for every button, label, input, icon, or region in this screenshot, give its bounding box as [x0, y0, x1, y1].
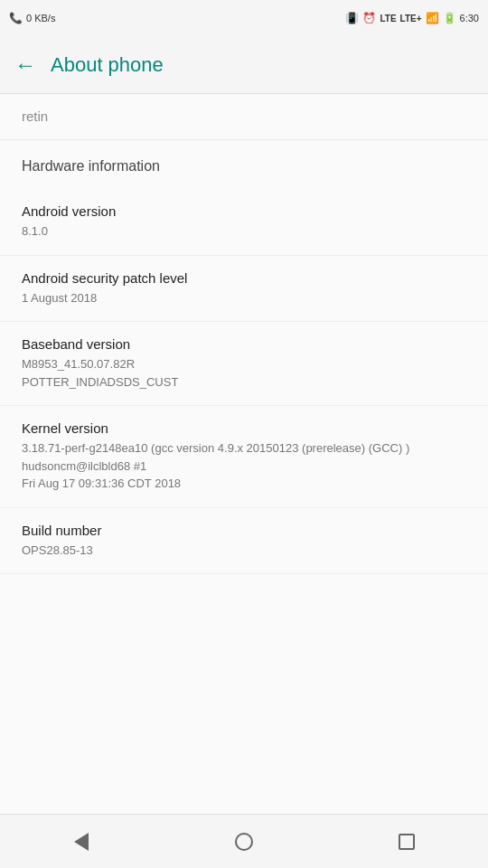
lte-plus-label: LTE+ — [400, 14, 422, 24]
battery-icon: 🔋 — [443, 12, 456, 24]
nav-back-button[interactable] — [54, 824, 108, 860]
build-number-item[interactable]: Build number OPS28.85-13 — [0, 508, 488, 575]
baseband-value: M8953_41.50.07.82R POTTER_INDIADSDS_CUST — [22, 355, 466, 391]
network-speed: 0 KB/s — [26, 13, 55, 24]
recents-square-icon — [399, 834, 415, 850]
back-triangle-icon — [74, 833, 89, 851]
home-circle-icon — [235, 833, 253, 851]
build-number-label: Build number — [22, 523, 466, 538]
baseband-version-item[interactable]: Baseband version M8953_41.50.07.82R POTT… — [0, 322, 488, 406]
hardware-section-header: Hardware information — [0, 140, 488, 189]
page-title: About phone — [51, 53, 164, 77]
alarm-icon: ⏰ — [362, 12, 376, 24]
back-button[interactable]: ← — [14, 52, 36, 78]
baseband-label: Baseband version — [22, 336, 466, 352]
security-patch-value: 1 August 2018 — [22, 289, 466, 307]
lte-label: LTE — [380, 14, 396, 24]
android-version-value: 8.1.0 — [22, 222, 466, 241]
status-right: 📳 ⏰ LTE LTE+ 📶 🔋 6:30 — [345, 12, 479, 24]
kernel-version-item[interactable]: Kernel version 3.18.71-perf-g2148ea10 (g… — [0, 406, 488, 508]
status-bar: 📞 0 KB/s 📳 ⏰ LTE LTE+ 📶 🔋 6:30 — [0, 0, 488, 36]
time-display: 6:30 — [460, 13, 479, 24]
truncated-value: retin — [22, 108, 48, 124]
nav-home-button[interactable] — [217, 824, 271, 860]
phone-icon: 📞 — [9, 12, 23, 24]
nav-bar — [0, 814, 488, 868]
kernel-label: Kernel version — [22, 420, 466, 436]
android-version-item[interactable]: Android version 8.1.0 — [0, 189, 488, 256]
security-patch-label: Android security patch level — [22, 270, 466, 286]
truncated-item[interactable]: retin — [0, 94, 488, 140]
hardware-header-label: Hardware information — [22, 158, 160, 174]
content-area: retin Hardware information Android versi… — [0, 94, 488, 814]
call-icon: 📳 — [345, 12, 359, 24]
kernel-value: 3.18.71-perf-g2148ea10 (gcc version 4.9.… — [22, 439, 466, 493]
app-bar: ← About phone — [0, 36, 488, 94]
signal-icon: 📶 — [426, 12, 439, 24]
status-left: 📞 0 KB/s — [9, 12, 55, 24]
security-patch-item[interactable]: Android security patch level 1 August 20… — [0, 256, 488, 323]
android-version-label: Android version — [22, 203, 466, 219]
nav-recents-button[interactable] — [380, 824, 434, 860]
build-number-value: OPS28.85-13 — [22, 542, 466, 560]
